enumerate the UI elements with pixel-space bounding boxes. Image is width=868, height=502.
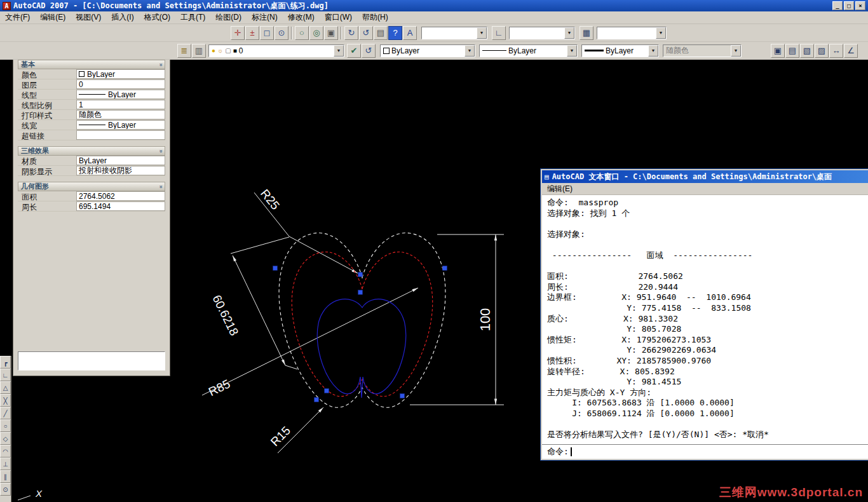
plot-style-combo[interactable]: 随颜色 ▼ (663, 44, 742, 57)
table-style-combo[interactable]: ▼ (597, 27, 667, 39)
named-views-icon[interactable]: ▤ (374, 26, 388, 40)
property-value-field[interactable]: 随颜色 (76, 110, 165, 119)
menu-item[interactable]: 插入(I) (106, 11, 139, 24)
layer-freeze-icon[interactable]: ☼ (217, 48, 223, 54)
menu-item[interactable]: 格式(O) (139, 11, 175, 24)
property-value-field[interactable]: ByLayer (76, 69, 165, 79)
layer-combo[interactable]: ● ☼ ▢ ■ 0 ▼ (208, 44, 344, 57)
text-style-manager-icon[interactable]: A (403, 26, 417, 40)
apple-inner-outline[interactable] (317, 299, 405, 398)
chevron-down-icon[interactable]: ▼ (334, 45, 344, 57)
property-value-field[interactable]: ByLayer (76, 120, 165, 130)
info-palette-icon[interactable]: ? (388, 26, 402, 40)
table-style-manager-icon[interactable]: ▦ (580, 26, 593, 40)
zoom-window-icon[interactable]: ◻ (260, 26, 274, 40)
property-value-field[interactable]: 2764.5062 (76, 191, 165, 201)
maximize-button[interactable]: □ (844, 1, 854, 10)
regen-icon[interactable]: ↺ (359, 26, 373, 40)
menu-item[interactable]: 标注(N) (247, 11, 283, 24)
collapse-chevron-icon[interactable]: « (157, 149, 163, 153)
history-line: 惯性矩: X: 1795206273.1053 (547, 335, 868, 346)
chevron-down-icon[interactable]: ▼ (465, 45, 475, 57)
chevron-down-icon[interactable]: ▼ (648, 45, 658, 57)
property-value-field[interactable]: 投射和接收阴影 (76, 166, 165, 175)
dim-update-icon[interactable]: ↔ (829, 44, 843, 58)
property-value-field[interactable]: 695.1494 (76, 201, 165, 211)
snap-parallel-icon[interactable]: ∥ (0, 470, 11, 483)
text-window-history[interactable]: 命令: massprop选择对象: 找到 1 个选择对象: ----------… (542, 195, 868, 444)
chevron-down-icon[interactable]: ▼ (656, 27, 666, 39)
chevron-down-icon[interactable]: ▼ (731, 45, 741, 57)
draworder-above-icon[interactable]: ▧ (800, 44, 814, 58)
snap-center-icon[interactable]: ○ (0, 419, 11, 432)
command-input-line[interactable]: 命令: (542, 444, 868, 459)
collapse-chevron-icon[interactable]: « (157, 63, 163, 66)
ucs-axis-label: X (35, 488, 43, 499)
app-titlebar[interactable]: A AutoCAD 2007 - [C:\Documents and Setti… (0, 0, 868, 11)
menu-item[interactable]: 视图(V) (71, 11, 106, 24)
section-header-basic[interactable]: 基本 « (18, 60, 165, 69)
section-header-3d[interactable]: 三维效果 « (18, 146, 165, 156)
menu-item[interactable]: 帮助(H) (357, 11, 393, 24)
redraw-icon[interactable]: ↻ (344, 26, 358, 40)
zoom-realtime-icon[interactable]: ± (245, 26, 259, 40)
menu-item[interactable]: 窗口(W) (320, 11, 357, 24)
text-style-combo[interactable]: ▼ (421, 27, 487, 39)
close-button[interactable]: × (855, 1, 865, 10)
linetype-combo[interactable]: ByLayer ▼ (479, 44, 578, 57)
snap-intersection-icon[interactable]: ╳ (0, 394, 11, 407)
menu-item[interactable]: 文件(F) (0, 11, 35, 24)
history-line: 旋转半径: X: 805.8392 (547, 367, 868, 377)
chevron-down-icon[interactable]: ▼ (477, 27, 487, 39)
snap-extension-icon[interactable]: ╱ (0, 407, 11, 419)
layer-previous-icon[interactable]: ↺ (362, 44, 376, 58)
minimize-button[interactable]: _ (832, 1, 843, 10)
snap-tangent-icon[interactable]: ◠ (0, 445, 11, 458)
menu-item[interactable]: 编辑(E) (35, 11, 71, 24)
menu-item[interactable]: 绘图(D) (210, 11, 247, 24)
snap-quadrant-icon[interactable]: ◇ (0, 432, 11, 445)
zoom-previous-icon[interactable]: ⊙ (275, 26, 288, 40)
property-value-field[interactable]: 0 (76, 79, 165, 89)
snap-midpoint-icon[interactable]: △ (0, 381, 11, 394)
render-icon[interactable]: ▣ (324, 26, 338, 40)
chevron-down-icon[interactable]: ▼ (564, 27, 574, 39)
layer-properties-manager-icon[interactable]: ≣ (177, 44, 191, 58)
text-window-titlebar[interactable]: ▤ AutoCAD 文本窗口 - C:\Documents and Settin… (542, 170, 868, 183)
collapse-chevron-icon[interactable]: « (157, 185, 163, 188)
leader-r85[interactable] (202, 288, 418, 395)
color-combo[interactable]: ByLayer ▼ (380, 44, 475, 57)
dim-angular-icon[interactable]: ∠ (844, 44, 858, 58)
dim-style-combo[interactable]: ▼ (509, 27, 575, 39)
make-object-layer-current-icon[interactable]: ✔ (347, 44, 361, 58)
property-value-field[interactable]: ByLayer (76, 90, 165, 99)
section-header-geometry[interactable]: 几何图形 « (18, 182, 165, 191)
pan-realtime-icon[interactable]: ✛ (231, 26, 245, 40)
snap-from-icon[interactable]: ┏ (0, 356, 11, 369)
history-line (547, 240, 868, 250)
menu-item[interactable]: 工具(T) (175, 11, 210, 24)
dim-style-manager-icon[interactable]: ∟ (492, 26, 506, 40)
draworder-under-icon[interactable]: ▨ (815, 44, 829, 58)
property-value-field[interactable]: 1 (76, 100, 165, 109)
dimension-60-6218[interactable] (231, 237, 297, 369)
snap-endpoint-icon[interactable]: ∟ (0, 369, 11, 381)
orbit-icon[interactable]: ○ (295, 26, 309, 40)
lineweight-combo[interactable]: ByLayer ▼ (581, 44, 659, 57)
snap-perpendicular-icon[interactable]: ⊥ (0, 458, 11, 470)
draworder-back-icon[interactable]: ▤ (785, 44, 799, 58)
snap-node-icon[interactable]: ⊙ (0, 483, 11, 496)
layer-on-icon[interactable]: ● (212, 48, 215, 54)
properties-palette: 面域 ▼ +↖▽ 基本 « 颜色 ByLayer 图层 0 线型 (13, 37, 170, 376)
selection-grips[interactable] (273, 266, 447, 402)
property-value-field[interactable]: ByLayer (76, 156, 165, 165)
menu-item[interactable]: 修改(M) (283, 11, 320, 24)
chevron-down-icon[interactable]: ▼ (567, 45, 577, 57)
draworder-front-icon[interactable]: ▣ (771, 44, 785, 58)
layer-filter-icon[interactable]: ▥ (192, 44, 206, 58)
property-value-field[interactable] (76, 130, 165, 140)
history-line: I: 607563.8683 沿 [1.0000 0.0000] (547, 398, 868, 409)
layer-lock-icon[interactable]: ▢ (225, 48, 231, 54)
text-window-edit-menu[interactable]: 编辑(E) (542, 182, 578, 196)
3d-orbit-icon[interactable]: ◎ (309, 26, 323, 40)
